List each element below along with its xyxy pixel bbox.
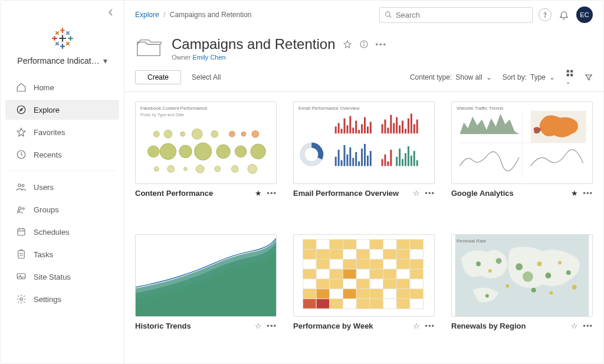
svg-rect-143	[383, 259, 397, 269]
sidebar-item-label: Users	[34, 183, 54, 192]
breadcrumb-root[interactable]: Explore	[135, 11, 159, 19]
svg-rect-81	[390, 115, 392, 134]
svg-rect-88	[411, 114, 412, 134]
card-thumbnail[interactable]: Renewal Rate	[451, 234, 593, 317]
card-title[interactable]: Renewals by Region	[451, 322, 567, 330]
svg-rect-137	[303, 259, 317, 269]
svg-point-22	[19, 207, 22, 210]
sidebar-item-recents[interactable]: Recents	[5, 145, 119, 165]
search-input-wrap[interactable]	[379, 7, 533, 23]
svg-rect-140	[343, 259, 357, 269]
card-title[interactable]: Historic Trends	[135, 322, 251, 330]
favorite-star-icon[interactable]: ☆	[571, 322, 578, 330]
favorite-star-icon[interactable]: ★	[571, 189, 578, 198]
svg-rect-74	[361, 124, 363, 133]
card-more-icon[interactable]: •••	[425, 322, 435, 330]
svg-point-195	[485, 294, 489, 298]
card-thumbnail[interactable]	[135, 234, 277, 317]
svg-point-183	[476, 261, 481, 266]
favorite-star-icon[interactable]: ☆	[413, 322, 420, 330]
favorite-star-icon[interactable]: ☆	[413, 189, 420, 198]
svg-rect-115	[416, 160, 418, 166]
svg-rect-104	[382, 159, 383, 166]
notifications-icon[interactable]	[557, 8, 570, 21]
card-more-icon[interactable]: •••	[583, 322, 593, 330]
card-more-icon[interactable]: •••	[583, 189, 593, 198]
filter-icon[interactable]	[585, 73, 593, 81]
sidebar-item-label: Favorites	[34, 128, 65, 137]
avatar[interactable]: EC	[576, 6, 593, 23]
sidebar-item-groups[interactable]: Groups	[5, 199, 119, 219]
card-title[interactable]: Email Performance Overview	[293, 189, 409, 198]
select-all-button[interactable]: Select All	[192, 73, 221, 81]
sidebar-item-explore[interactable]: Explore	[5, 100, 119, 120]
card-more-icon[interactable]: •••	[267, 322, 277, 330]
svg-line-33	[389, 16, 391, 18]
sidebar-item-tasks[interactable]: Tasks	[5, 244, 119, 264]
svg-point-196	[572, 285, 577, 290]
svg-rect-181	[410, 299, 424, 309]
svg-point-63	[248, 164, 257, 173]
help-icon[interactable]	[539, 8, 552, 21]
sort-filter[interactable]: Sort by: Type ⌄	[503, 73, 555, 81]
card-title[interactable]: Performance by Week	[293, 322, 409, 330]
card-thumbnail[interactable]: Email Performance Overview	[293, 101, 435, 184]
sidebar-item-site-status[interactable]: Site Status	[5, 267, 119, 287]
svg-rect-148	[330, 269, 343, 279]
svg-rect-82	[393, 123, 395, 133]
card-thumbnail[interactable]	[293, 234, 435, 317]
svg-rect-164	[303, 289, 317, 299]
sidebar-item-schedules[interactable]: Schedules	[5, 222, 119, 242]
collapse-sidebar-icon[interactable]	[107, 9, 114, 16]
svg-rect-124	[370, 240, 383, 250]
svg-point-192	[505, 284, 509, 288]
svg-rect-102	[367, 156, 369, 166]
info-icon[interactable]	[359, 40, 369, 49]
svg-rect-131	[343, 250, 357, 260]
owner-link[interactable]: Emily Chen	[192, 54, 225, 61]
svg-point-61	[215, 166, 221, 172]
card-email-performance: Email Performance Overview	[293, 101, 435, 221]
card-more-icon[interactable]: •••	[267, 189, 277, 198]
sidebar-item-favorites[interactable]: Favorites	[5, 122, 119, 142]
card-more-icon[interactable]: •••	[425, 189, 435, 198]
favorite-star-icon[interactable]: ★	[255, 189, 262, 198]
thumb-title: Facebook Content Performance	[140, 106, 207, 111]
svg-rect-71	[352, 127, 354, 133]
svg-rect-111	[405, 153, 406, 166]
svg-rect-110	[402, 159, 403, 166]
svg-point-50	[147, 146, 159, 158]
svg-rect-170	[383, 289, 397, 299]
svg-point-43	[164, 130, 172, 138]
content-type-filter[interactable]: Content type: Show all ⌄	[410, 73, 492, 81]
sidebar-item-settings[interactable]: Settings	[5, 289, 119, 309]
view-mode-grid-icon[interactable]: ⌄	[566, 69, 574, 86]
svg-rect-180	[396, 299, 410, 309]
sidebar-item-label: Recents	[34, 150, 62, 159]
sidebar-item-users[interactable]: Users	[5, 177, 119, 197]
svg-rect-161	[383, 279, 397, 289]
svg-rect-175	[330, 299, 343, 309]
svg-point-62	[231, 165, 238, 172]
create-button[interactable]: Create	[135, 70, 181, 84]
sidebar-item-home[interactable]: Home	[5, 77, 119, 97]
chevron-down-icon: ⌄	[549, 73, 555, 81]
card-thumbnail[interactable]: Website Traffic Trends	[451, 101, 593, 184]
card-title[interactable]: Content Performance	[135, 189, 251, 198]
svg-rect-85	[402, 121, 403, 134]
more-icon[interactable]: •••	[376, 40, 388, 49]
svg-rect-67	[341, 129, 343, 133]
card-title[interactable]: Google Analytics	[451, 189, 567, 198]
card-thumbnail[interactable]: Facebook Content Performance Posts by Ty…	[135, 101, 277, 184]
favorite-toggle-icon[interactable]	[343, 40, 352, 49]
svg-rect-70	[349, 116, 351, 134]
svg-rect-25	[18, 229, 25, 235]
svg-point-46	[211, 130, 218, 137]
site-selector[interactable]: Performance Indicat… ▾	[1, 56, 124, 76]
svg-rect-107	[390, 150, 392, 166]
favorite-star-icon[interactable]: ☆	[255, 322, 262, 330]
svg-point-44	[180, 132, 185, 136]
svg-rect-138	[316, 259, 330, 269]
search-input[interactable]	[396, 11, 527, 19]
svg-point-52	[179, 145, 192, 158]
